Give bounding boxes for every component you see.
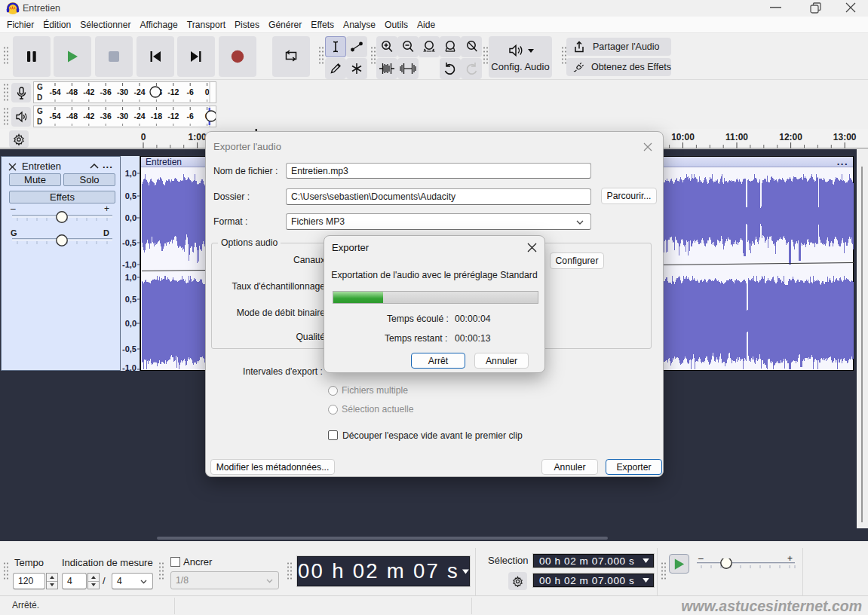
- svg-text:-30: -30: [117, 87, 128, 96]
- svg-text:-12: -12: [167, 87, 179, 96]
- svg-text:11:00: 11:00: [725, 132, 748, 142]
- svg-text:12:00: 12:00: [779, 132, 802, 142]
- svg-text:-36: -36: [100, 87, 112, 96]
- svg-text:10:00: 10:00: [671, 132, 695, 142]
- svg-text:-54: -54: [49, 112, 60, 121]
- svg-text:-6: -6: [187, 87, 194, 96]
- svg-text:-48: -48: [66, 112, 78, 121]
- svg-text:-24: -24: [133, 112, 145, 121]
- svg-text:13:00: 13:00: [833, 132, 857, 142]
- svg-text:-24: -24: [133, 87, 145, 96]
- svg-text:-6: -6: [187, 112, 194, 121]
- svg-text:-42: -42: [83, 87, 94, 96]
- svg-text:1:00: 1:00: [189, 132, 207, 142]
- svg-text:-48: -48: [66, 87, 78, 96]
- svg-text:-42: -42: [83, 112, 94, 121]
- svg-text:-18: -18: [151, 112, 162, 121]
- svg-text:-12: -12: [167, 112, 179, 121]
- svg-text:-30: -30: [117, 112, 128, 121]
- svg-text:0: 0: [205, 87, 210, 96]
- svg-text:-54: -54: [49, 87, 60, 96]
- svg-text:-36: -36: [100, 112, 112, 121]
- svg-text:0: 0: [141, 132, 146, 142]
